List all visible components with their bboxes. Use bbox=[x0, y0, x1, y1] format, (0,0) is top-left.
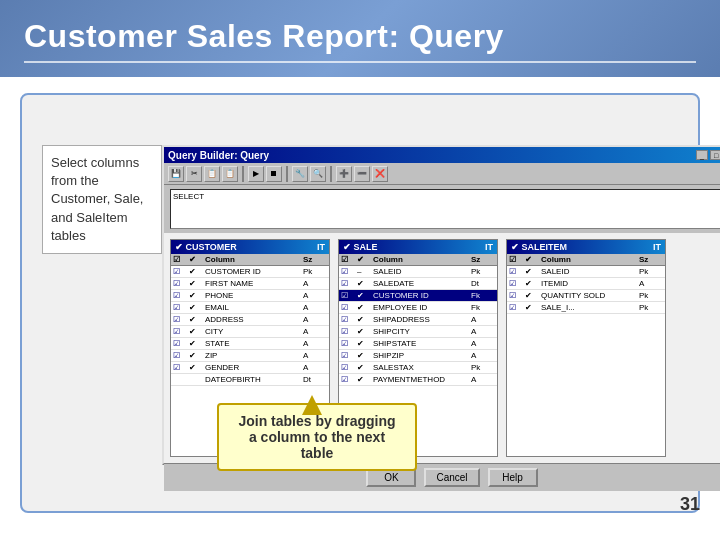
toolbar-clear[interactable]: ❌ bbox=[372, 166, 388, 182]
table-row: ☑✔SALEIDPk bbox=[507, 266, 665, 278]
toolbar-settings[interactable]: 🔧 bbox=[292, 166, 308, 182]
help-button[interactable]: Help bbox=[488, 468, 538, 487]
slide-header: Customer Sales Report: Query bbox=[0, 0, 720, 77]
main-content: Select columns from the Customer, Sale, … bbox=[0, 77, 720, 523]
window-titlebar: Query Builder: Query _ □ × bbox=[164, 147, 720, 163]
table-row: ☑✔PHONEA bbox=[171, 290, 329, 302]
sale-table-header: ✔ SALE IT bbox=[339, 240, 497, 254]
customer-table-header: ✔ CUSTOMER IT bbox=[171, 240, 329, 254]
table-row: ☑✔SHIPZIPA bbox=[339, 350, 497, 362]
table-row: ☑✔CITYA bbox=[171, 326, 329, 338]
join-callout-text: Join tables by dragging a column to the … bbox=[238, 413, 395, 461]
saleitem-table-header: ✔ SALEITEM IT bbox=[507, 240, 665, 254]
sale-table-name: ✔ SALE bbox=[343, 242, 378, 252]
toolbar-add[interactable]: ➕ bbox=[336, 166, 352, 182]
saleitem-table-name: ✔ SALEITEM bbox=[511, 242, 567, 252]
page-number: 31 bbox=[680, 494, 700, 515]
left-text-content: Select columns from the Customer, Sale, … bbox=[51, 155, 144, 243]
table-row: ☑✔EMAILA bbox=[171, 302, 329, 314]
table-row: DATEOFBIRTHDt bbox=[171, 374, 329, 386]
sql-area[interactable]: SELECT bbox=[170, 189, 720, 229]
table-row: ☑✔SALE_I...Pk bbox=[507, 302, 665, 314]
svg-marker-0 bbox=[302, 395, 322, 415]
customer-col-headers: ☑ ✔ Column Sz bbox=[171, 254, 329, 266]
customer-table-name: ✔ CUSTOMER bbox=[175, 242, 237, 252]
table-row: ☑✔ITEMIDA bbox=[507, 278, 665, 290]
table-row: ☑✔FIRST NAMEA bbox=[171, 278, 329, 290]
toolbar-save[interactable]: 💾 bbox=[168, 166, 184, 182]
slide-container: Select columns from the Customer, Sale, … bbox=[20, 93, 700, 513]
callout-arrow-up bbox=[302, 395, 322, 419]
maximize-button[interactable]: □ bbox=[710, 150, 720, 160]
toolbar-copy[interactable]: 📋 bbox=[204, 166, 220, 182]
table-row: ☑✔SHIPCITYA bbox=[339, 326, 497, 338]
table-row: ☑✔PAYMENTMETHODA bbox=[339, 374, 497, 386]
saleitem-table: ✔ SALEITEM IT ☑ ✔ Column Sz ☑✔SALEIDPk ☑… bbox=[506, 239, 666, 457]
cancel-button[interactable]: Cancel bbox=[424, 468, 479, 487]
minimize-button[interactable]: _ bbox=[696, 150, 708, 160]
table-row: ☑✔EMPLOYEE IDFk bbox=[339, 302, 497, 314]
table-row: ☑✔SHIPSTATEA bbox=[339, 338, 497, 350]
slide-inner: Select columns from the Customer, Sale, … bbox=[32, 105, 688, 501]
toolbar-del[interactable]: ➖ bbox=[354, 166, 370, 182]
table-row: ☑✔CUSTOMER IDPk bbox=[171, 266, 329, 278]
table-row: ☑✔STATEA bbox=[171, 338, 329, 350]
page-title: Customer Sales Report: Query bbox=[24, 18, 696, 55]
toolbar-filter[interactable]: 🔍 bbox=[310, 166, 326, 182]
query-toolbar: 💾 ✂ 📋 📋 ▶ ⏹ 🔧 🔍 ➕ ➖ ❌ bbox=[164, 163, 720, 185]
toolbar-paste[interactable]: 📋 bbox=[222, 166, 238, 182]
table-row: ☑✔QUANTITY SOLDPk bbox=[507, 290, 665, 302]
table-row: ☑✔SHIPADDRESSA bbox=[339, 314, 497, 326]
titlebar-buttons: _ □ × bbox=[696, 150, 720, 160]
table-row: ☑✔ADDRESSA bbox=[171, 314, 329, 326]
saleitem-col-headers: ☑ ✔ Column Sz bbox=[507, 254, 665, 266]
toolbar-cut[interactable]: ✂ bbox=[186, 166, 202, 182]
toolbar-run[interactable]: ▶ bbox=[248, 166, 264, 182]
toolbar-sep-3 bbox=[330, 166, 332, 182]
customer-table-icon: IT bbox=[317, 242, 325, 252]
saleitem-table-icon: IT bbox=[653, 242, 661, 252]
table-row: ☑✔SALEDATEDt bbox=[339, 278, 497, 290]
sql-text: SELECT bbox=[173, 192, 204, 201]
table-row: ☑✔GENDERA bbox=[171, 362, 329, 374]
header-underline bbox=[24, 61, 696, 63]
sale-table-icon: IT bbox=[485, 242, 493, 252]
toolbar-stop[interactable]: ⏹ bbox=[266, 166, 282, 182]
table-row: ☑✔SALESTAXPk bbox=[339, 362, 497, 374]
table-row: ☑✔CUSTOMER IDFk bbox=[339, 290, 497, 302]
toolbar-sep-2 bbox=[286, 166, 288, 182]
left-text-box: Select columns from the Customer, Sale, … bbox=[42, 145, 162, 254]
table-row: ☑–SALEIDPk bbox=[339, 266, 497, 278]
toolbar-sep-1 bbox=[242, 166, 244, 182]
sale-col-headers: ☑ ✔ Column Sz bbox=[339, 254, 497, 266]
window-title: Query Builder: Query bbox=[168, 150, 269, 161]
table-row: ☑✔ZIPA bbox=[171, 350, 329, 362]
